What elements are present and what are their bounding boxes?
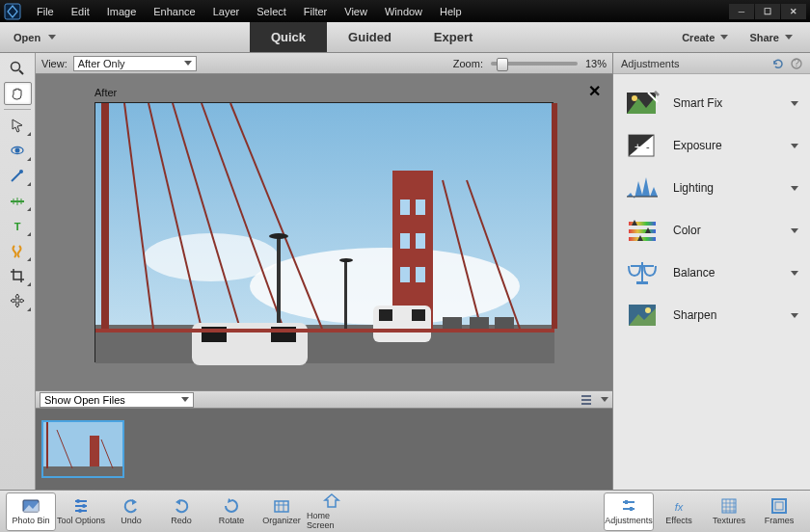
bin-bar: Show Open Files (36, 390, 612, 409)
open-label: Open (14, 32, 40, 43)
share-button[interactable]: Share (742, 32, 800, 43)
list-view-icon[interactable] (581, 394, 595, 406)
zoom-tool[interactable] (4, 57, 32, 80)
balance-icon (625, 257, 660, 288)
menu-help[interactable]: Help (432, 3, 470, 20)
taskbar-frames[interactable]: Frames (754, 492, 804, 531)
selection-tool[interactable] (4, 114, 32, 137)
menu-select[interactable]: Select (249, 3, 294, 20)
minimize-button[interactable]: ─ (729, 4, 754, 19)
adjustment-color[interactable]: Color (613, 209, 810, 252)
adjustment-balance[interactable]: Balance (613, 252, 810, 294)
zoom-slider[interactable] (491, 62, 578, 66)
svg-rect-20 (416, 233, 425, 249)
menu-enhance[interactable]: Enhance (146, 3, 202, 20)
svg-rect-45 (95, 329, 554, 332)
menu-filter[interactable]: Filter (296, 3, 335, 20)
svg-marker-87 (132, 499, 137, 505)
document-preview[interactable] (94, 102, 554, 362)
app-logo-icon (4, 3, 21, 20)
svg-point-59 (632, 95, 637, 101)
title-bar: FileEditImageEnhanceLayerSelectFilterVie… (0, 0, 810, 22)
svg-rect-51 (43, 466, 122, 476)
adjustment-lighting[interactable]: Lighting (613, 167, 810, 209)
menu-bar[interactable]: FileEditImageEnhanceLayerSelectFilterVie… (29, 3, 470, 20)
bin-menu-button[interactable] (601, 397, 608, 402)
svg-rect-98 (630, 507, 633, 511)
taskbar-tool-options[interactable]: Tool Options (56, 492, 106, 531)
caret-icon (791, 144, 798, 148)
close-document-button[interactable]: ✕ (588, 82, 601, 100)
menu-view[interactable]: View (337, 3, 375, 20)
taskbar-undo[interactable]: Undo (106, 492, 156, 531)
whiten-tool[interactable] (4, 164, 32, 187)
menu-edit[interactable]: Edit (64, 3, 97, 20)
svg-point-35 (339, 258, 353, 262)
caret-icon (791, 271, 798, 276)
svg-rect-34 (344, 262, 347, 330)
taskbar-photo-bin[interactable]: Photo Bin (6, 492, 56, 531)
mode-tab-guided[interactable]: Guided (327, 22, 413, 52)
menu-file[interactable]: File (29, 3, 62, 20)
svg-rect-19 (400, 233, 410, 249)
menu-layer[interactable]: Layer (205, 3, 248, 20)
svg-rect-17 (400, 200, 410, 215)
taskbar-home-screen[interactable]: Home Screen (307, 492, 357, 531)
taskbar-adjustments[interactable]: Adjustments (604, 492, 654, 531)
task-bar: Photo BinTool OptionsUndoRedoRotateOrgan… (0, 490, 810, 532)
text-tool[interactable]: T (4, 214, 32, 237)
panel-title: Adjustments (621, 58, 680, 69)
move-tool[interactable] (4, 289, 32, 312)
reset-icon[interactable] (771, 58, 785, 69)
svg-rect-68 (629, 229, 656, 233)
svg-marker-94 (325, 494, 338, 507)
crop-tool[interactable] (4, 264, 32, 287)
taskbar-organizer[interactable]: Organizer (256, 492, 307, 531)
svg-rect-18 (416, 200, 425, 215)
photo-bin (36, 409, 612, 490)
straighten-tool[interactable] (4, 189, 32, 212)
svg-point-6 (19, 170, 23, 173)
taskbar-effects[interactable]: fxEffects (654, 492, 704, 531)
smart-fix-icon (625, 88, 660, 119)
caret-icon (184, 61, 192, 66)
svg-point-33 (269, 233, 288, 239)
adjustment-sharpen[interactable]: Sharpen (613, 294, 810, 336)
mode-tab-quick[interactable]: Quick (250, 22, 327, 52)
create-button[interactable]: Create (674, 32, 736, 43)
color-icon (625, 215, 660, 246)
svg-line-2 (19, 70, 23, 74)
zoom-value: 13% (585, 58, 607, 69)
mode-tab-expert[interactable]: Expert (413, 22, 494, 52)
svg-rect-50 (90, 436, 99, 468)
healing-tool[interactable] (4, 239, 32, 262)
caret-icon (720, 35, 728, 40)
taskbar-textures[interactable]: Textures (704, 492, 754, 531)
thumbnail[interactable] (41, 420, 124, 478)
tool-palette: T (0, 53, 36, 490)
svg-point-85 (82, 504, 86, 508)
view-select[interactable]: After Only (73, 56, 197, 71)
mode-bar: Open QuickGuidedExpert Create Share (0, 22, 810, 53)
svg-rect-43 (470, 317, 489, 331)
menu-window[interactable]: Window (377, 3, 430, 20)
close-button[interactable]: ✕ (781, 4, 806, 19)
adjustment-smart-fix[interactable]: Smart Fix (613, 82, 810, 124)
taskbar-rotate[interactable]: Rotate (206, 492, 256, 531)
hand-tool[interactable] (4, 82, 32, 105)
adjustments-panel: Adjustments ? Smart Fix+-ExposureLightin… (612, 53, 810, 490)
zoom-label: Zoom: (453, 58, 483, 69)
svg-line-5 (12, 172, 21, 181)
redeye-tool[interactable] (4, 139, 32, 162)
svg-text:-: - (646, 141, 650, 152)
help-icon[interactable]: ? (791, 58, 802, 69)
adjustment-exposure[interactable]: +-Exposure (613, 124, 810, 167)
taskbar-redo[interactable]: Redo (156, 492, 206, 531)
bin-select[interactable]: Show Open Files (40, 392, 194, 408)
sharpen-icon (625, 300, 660, 331)
open-button[interactable]: Open (0, 22, 69, 52)
maximize-button[interactable]: ☐ (755, 4, 780, 19)
menu-image[interactable]: Image (99, 3, 145, 20)
caret-icon (791, 186, 798, 191)
svg-point-4 (15, 148, 20, 153)
